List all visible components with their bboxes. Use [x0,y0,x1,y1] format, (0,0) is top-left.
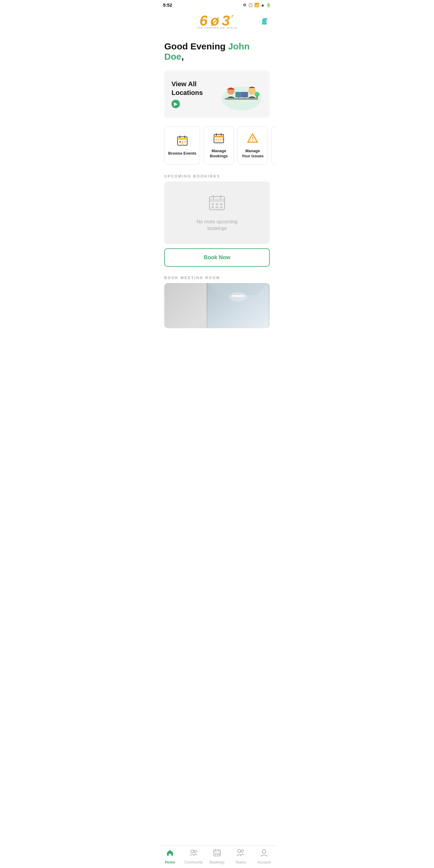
teams-label: Teams [236,860,246,864]
account-nav-icon [260,848,268,859]
quick-actions-row: ★ Browse Events [158,121,276,169]
teams-nav-icon [236,848,245,859]
svg-rect-48 [210,199,224,202]
notification-bell-button[interactable] [259,17,270,27]
svg-point-61 [191,850,194,853]
svg-rect-69 [218,854,220,855]
greeting-suffix: , [181,52,184,61]
manage-bookings-icon [213,132,225,146]
manage-bookings-label: ManageBookings [210,149,228,159]
svg-rect-51 [212,204,214,205]
status-bar: 5:52 ⚙ 📋 📶 ▲ 🔋 [158,0,276,10]
svg-rect-11 [236,92,242,97]
browse-events-label: Browse Events [168,151,196,156]
battery-icon: 🔋 [266,3,271,7]
manage-issues-label: ManageYour Issues [242,149,264,159]
greeting-prefix: Good Evening [164,41,228,51]
meeting-room-heading: BOOK MEETING ROOM [158,271,276,283]
bell-icon [259,17,269,27]
svg-rect-67 [215,854,216,855]
logo-wrapper: 6 ø 3 r THE COWORKING SPACE [199,12,235,32]
logo-subtext: THE COWORKING SPACE [196,27,238,29]
svg-rect-18 [178,138,187,140]
greeting-text: Good Evening John Doe, [164,41,270,62]
status-icons: ⚙ 📋 📶 ▲ 🔋 [243,3,271,7]
manage-bookings-card[interactable]: ManageBookings [204,126,234,164]
booking-empty-icon [208,193,226,215]
manage-issues-card[interactable]: ! ManageYour Issues [238,126,268,164]
clipboard-icon: 📋 [248,3,253,7]
svg-rect-8 [225,98,258,100]
browse-events-icon: ★ [176,134,188,148]
manage-issues-icon: ! [247,132,258,146]
banner-arrow-icon[interactable]: ▶ [172,100,180,108]
svg-rect-56 [220,207,222,208]
bottom-navigation: Home Community Bookings [158,846,276,868]
app-header: 6 ø 3 r THE COWORKING SPACE [158,10,276,34]
settings-icon: ⚙ [243,3,247,7]
room-photo [207,283,270,328]
manage-documents-card[interactable]: ManageDocuments [271,126,276,164]
svg-point-60 [229,292,247,301]
upcoming-bookings-card: No more upcomingbookings [164,181,270,244]
svg-point-71 [241,850,244,852]
nav-account[interactable]: Account [255,848,273,864]
svg-point-16 [255,92,259,97]
svg-rect-13 [241,92,248,97]
meeting-room-section: BOOK MEETING ROOM [158,271,276,352]
svg-rect-31 [218,138,219,140]
wifi-icon: 📶 [254,3,259,7]
booking-empty-text: No more upcomingbookings [196,218,237,232]
svg-rect-53 [220,204,222,205]
svg-rect-54 [212,207,214,208]
svg-point-62 [194,850,196,852]
svg-rect-52 [216,204,218,205]
svg-rect-68 [217,854,218,855]
svg-text:!: ! [252,136,253,141]
nav-teams[interactable]: Teams [231,848,250,864]
svg-rect-35 [218,141,219,142]
banner-title: View AllLocations [172,80,220,97]
status-time: 5:52 [163,2,172,7]
home-icon [166,848,174,859]
bookings-nav-icon [213,848,221,859]
svg-rect-32 [220,138,221,140]
upcoming-bookings-heading: UPCOMING BOOKINGS [158,169,276,181]
svg-point-70 [238,849,241,852]
nav-home[interactable]: Home [161,848,179,864]
community-label: Community [184,860,203,864]
svg-rect-22 [182,141,183,143]
svg-point-4 [264,24,265,25]
svg-point-10 [248,87,255,95]
banner-illustration [220,78,262,111]
meeting-room-preview[interactable] [164,283,270,328]
community-nav-icon [189,848,198,859]
svg-rect-14 [244,97,245,98]
home-label: Home [165,860,175,864]
svg-rect-55 [216,207,218,208]
account-label: Account [257,860,270,864]
svg-rect-12 [238,97,239,98]
svg-rect-34 [216,141,217,142]
svg-rect-63 [214,850,220,856]
svg-rect-36 [220,141,221,142]
svg-rect-30 [216,138,217,140]
nav-community[interactable]: Community [184,848,203,864]
svg-point-72 [262,849,266,853]
view-locations-banner[interactable]: View AllLocations ▶ [164,70,270,118]
svg-rect-64 [214,851,220,852]
svg-rect-33 [222,138,223,140]
coworking-illustration [220,78,262,111]
svg-text:r: r [231,13,234,19]
svg-rect-21 [179,141,181,143]
svg-rect-23 [184,141,186,143]
svg-rect-27 [214,135,224,137]
bookings-label: Bookings [210,860,224,864]
book-now-button[interactable]: Book Now [164,248,270,267]
greeting-section: Good Evening John Doe, [158,34,276,67]
nav-bookings[interactable]: Bookings [208,848,226,864]
banner-text: View AllLocations ▶ [172,80,220,108]
svg-point-6 [265,18,267,20]
browse-events-card[interactable]: ★ Browse Events [164,126,200,164]
signal-icon: ▲ [261,3,265,7]
